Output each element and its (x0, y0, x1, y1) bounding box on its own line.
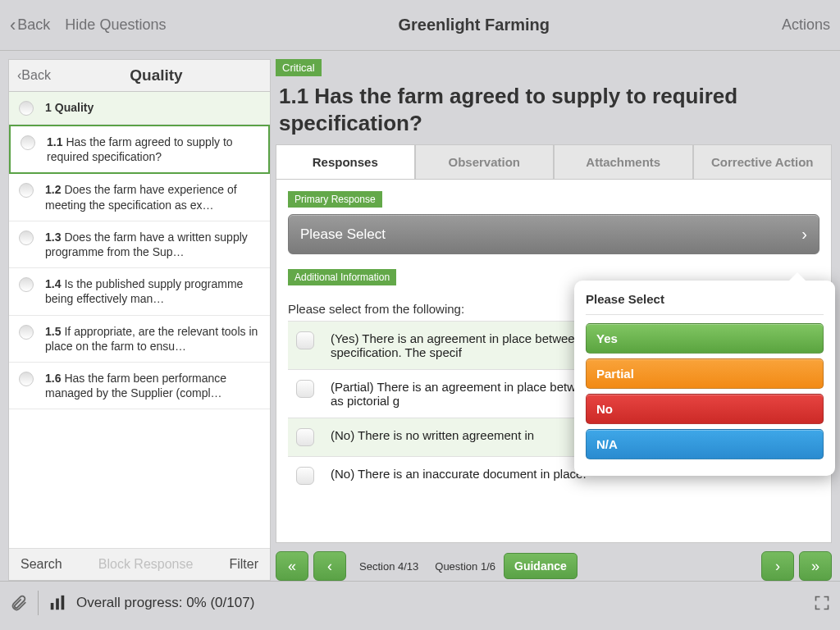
attachment-icon[interactable] (10, 594, 28, 612)
sidebar-section[interactable]: 1Quality (9, 92, 270, 125)
popover-title: Please Select (586, 292, 824, 315)
sidebar: ‹ Back Quality 1Quality 1.1Has the farm … (8, 59, 271, 581)
back-label: Back (17, 16, 50, 34)
next-button[interactable]: › (761, 551, 794, 581)
progress-text: Overall progress: 0% (0/107) (76, 595, 254, 611)
double-chevron-right-icon: » (811, 558, 819, 575)
tab-attachments[interactable]: Attachments (554, 144, 693, 179)
popover-yes-button[interactable]: Yes (586, 323, 824, 354)
sidebar-item-1-6[interactable]: 1.6Has the farm been performance managed… (9, 363, 270, 409)
checkbox-icon[interactable] (296, 467, 314, 485)
page-title: Greenlight Farming (166, 16, 782, 34)
sidebar-back-label: Back (21, 68, 51, 83)
hide-questions-button[interactable]: Hide Questions (65, 16, 166, 34)
radio-icon (19, 183, 34, 198)
radio-icon (19, 231, 34, 245)
double-chevron-left-icon: « (288, 558, 296, 575)
critical-badge: Critical (276, 59, 322, 76)
checkbox-icon[interactable] (296, 331, 314, 349)
checkbox-icon[interactable] (296, 428, 314, 446)
topbar: ‹ Back Hide Questions Greenlight Farming… (0, 0, 840, 51)
guidance-button[interactable]: Guidance (504, 553, 578, 579)
radio-icon (19, 325, 34, 340)
chevron-right-icon: › (801, 225, 807, 244)
chevron-left-icon: ‹ (327, 558, 332, 575)
sidebar-item-1-2[interactable]: 1.2Does the farm have experience of meet… (9, 174, 270, 221)
actions-button[interactable]: Actions (782, 16, 830, 34)
svg-rect-2 (62, 595, 65, 609)
divider (38, 591, 39, 615)
radio-icon (19, 101, 34, 116)
sidebar-search-button[interactable]: Search (21, 557, 62, 572)
sidebar-footer: Search Block Response Filter (9, 548, 270, 580)
primary-response-select[interactable]: Please Select › (288, 214, 819, 254)
sidebar-item-1-5[interactable]: 1.5If appropriate, are the relevant tool… (9, 316, 270, 363)
radio-icon (19, 372, 34, 386)
back-button[interactable]: ‹ Back (10, 15, 50, 36)
sidebar-block-button: Block Response (98, 557, 194, 572)
tab-responses[interactable]: Responses (276, 144, 415, 179)
first-button[interactable]: « (276, 551, 308, 581)
radio-icon (19, 277, 34, 292)
additional-info-label: Additional Information (288, 269, 396, 285)
svg-rect-0 (51, 603, 54, 609)
checkbox-icon[interactable] (296, 380, 314, 398)
sidebar-back-button[interactable]: ‹ Back (17, 68, 51, 83)
content-panel: Critical 1.1 Has the farm agreed to supp… (276, 59, 832, 581)
chevron-left-icon: ‹ (10, 15, 16, 36)
popover-na-button[interactable]: N/A (586, 429, 824, 459)
sidebar-item-1-1[interactable]: 1.1Has the farm agreed to supply to requ… (9, 125, 270, 174)
select-prompt: Please Select (300, 226, 386, 243)
expand-icon[interactable] (814, 595, 830, 611)
question-title: 1.1 Has the farm agreed to supply to req… (279, 83, 829, 136)
tabs: Responses Observation Attachments Correc… (276, 144, 832, 179)
sidebar-title: Quality (51, 66, 262, 84)
sidebar-item-1-3[interactable]: 1.3Does the farm have a written supply p… (9, 221, 270, 268)
popover-partial-button[interactable]: Partial (586, 358, 824, 389)
bottom-nav: « ‹ Section 4/13 Question 1/6 Guidance ›… (276, 543, 832, 581)
primary-response-label: Primary Response (288, 191, 382, 208)
sidebar-list[interactable]: 1Quality 1.1Has the farm agreed to suppl… (9, 92, 270, 548)
svg-rect-1 (56, 598, 59, 609)
question-indicator: Question 1/6 (435, 560, 495, 573)
sidebar-item-1-4[interactable]: 1.4Is the published supply programme bei… (9, 268, 270, 315)
bottombar: Overall progress: 0% (0/107) (0, 581, 840, 623)
tab-observation[interactable]: Observation (415, 144, 555, 179)
tab-corrective-action[interactable]: Corrective Action (693, 144, 833, 179)
radio-icon (21, 135, 35, 150)
sidebar-header: ‹ Back Quality (9, 60, 270, 92)
last-button[interactable]: » (799, 551, 832, 581)
popover-no-button[interactable]: No (586, 394, 824, 424)
response-popover: Please Select Yes Partial No N/A (574, 281, 835, 476)
section-indicator: Section 4/13 (359, 560, 418, 573)
prev-button[interactable]: ‹ (313, 551, 346, 581)
chevron-right-icon: › (775, 558, 780, 575)
chart-icon[interactable] (48, 594, 66, 612)
sidebar-filter-button[interactable]: Filter (229, 557, 258, 572)
